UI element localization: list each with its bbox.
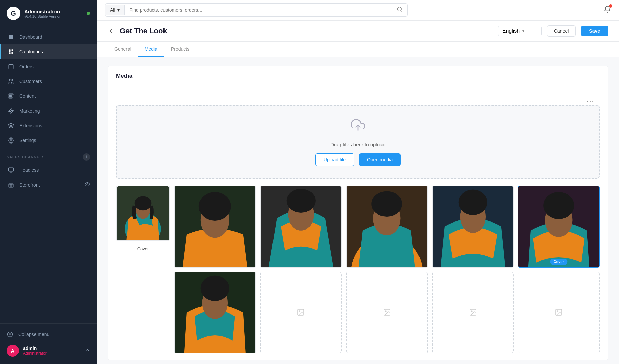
eye-icon — [85, 181, 90, 188]
sidebar-item-customers[interactable]: Customers — [0, 74, 97, 89]
svg-point-55 — [471, 311, 472, 312]
sidebar-item-settings[interactable]: Settings — [0, 133, 97, 148]
svg-point-33 — [199, 192, 231, 221]
sidebar-item-content[interactable]: Content — [0, 89, 97, 104]
dashboard-label: Dashboard — [19, 34, 42, 40]
main-content: All ▾ Get The Look English ▾ Cancel Save — [97, 0, 619, 364]
tab-products[interactable]: Products — [164, 42, 196, 57]
headless-label: Headless — [19, 167, 39, 173]
marketing-icon — [8, 108, 14, 114]
image-thumb-1[interactable] — [174, 186, 256, 268]
svg-point-49 — [201, 275, 229, 301]
app-info: Administration v6.4.10 Stable Version — [24, 9, 61, 18]
sidebar-item-orders[interactable]: Orders — [0, 59, 97, 74]
extensions-label: Extensions — [19, 123, 42, 128]
sidebar-item-marketing[interactable]: Marketing — [0, 104, 97, 118]
status-dot — [87, 12, 90, 15]
save-button[interactable]: Save — [581, 26, 608, 36]
add-channel-button[interactable]: + — [83, 153, 90, 161]
image-thumb-5[interactable]: Cover — [518, 186, 600, 268]
svg-rect-3 — [11, 37, 13, 39]
search-wrapper: All ▾ — [105, 3, 408, 17]
svg-rect-2 — [9, 37, 11, 39]
search-filter-button[interactable]: All ▾ — [105, 5, 125, 15]
image-placeholder-1[interactable] — [260, 272, 342, 354]
upload-zone: Drag files here to upload Upload file Op… — [116, 105, 600, 179]
settings-label: Settings — [19, 138, 36, 143]
chevron-down-icon: ▾ — [522, 29, 524, 33]
user-details: admin Administrator — [23, 346, 47, 356]
svg-rect-6 — [9, 52, 10, 54]
media-card-body: ··· Drag files here to upload Upload fil… — [108, 86, 608, 360]
main-image-thumb[interactable] — [116, 186, 170, 241]
more-options-button[interactable]: ··· — [587, 97, 594, 105]
extensions-icon — [8, 122, 14, 129]
tab-general[interactable]: General — [108, 42, 138, 57]
svg-point-36 — [286, 189, 315, 213]
svg-rect-7 — [12, 52, 13, 54]
cover-label: Cover — [116, 246, 170, 251]
dashboard-icon — [8, 34, 14, 40]
sidebar-footer: Collapse menu A admin Administrator — [0, 323, 97, 364]
customers-icon — [8, 78, 14, 85]
media-card: Media ··· Drag files here to upload Uplo… — [108, 66, 608, 360]
svg-point-46 — [544, 192, 574, 219]
media-card-title: Media — [108, 66, 608, 86]
user-name: admin — [23, 346, 47, 351]
catalogues-icon — [8, 48, 14, 55]
storefront-label: Storefront — [19, 182, 40, 188]
search-submit-button[interactable] — [392, 4, 407, 16]
svg-point-43 — [458, 190, 487, 215]
sidebar-item-storefront[interactable]: Storefront — [0, 177, 97, 192]
app-logo: G — [7, 7, 20, 20]
svg-rect-13 — [9, 94, 13, 95]
avatar: A — [7, 345, 19, 357]
cancel-button[interactable]: Cancel — [547, 25, 576, 37]
app-name: Administration — [24, 9, 61, 14]
sidebar-item-dashboard[interactable]: Dashboard — [0, 30, 97, 44]
image-thumb-6[interactable] — [174, 272, 256, 354]
user-role: Administrator — [23, 351, 47, 356]
card-actions: ··· — [116, 93, 600, 105]
svg-point-12 — [9, 79, 11, 81]
notifications-button[interactable] — [604, 6, 611, 14]
svg-rect-18 — [9, 168, 14, 171]
tab-bar: General Media Products — [97, 42, 619, 57]
image-placeholder-3[interactable] — [432, 272, 514, 354]
sidebar: G Administration v6.4.10 Stable Version … — [0, 0, 97, 364]
svg-rect-1 — [11, 35, 13, 37]
topbar-icons — [604, 6, 611, 14]
image-placeholder-4[interactable] — [518, 272, 600, 354]
app-version: v6.4.10 Stable Version — [24, 14, 61, 18]
svg-point-23 — [397, 7, 401, 11]
image-thumb-4[interactable] — [432, 186, 514, 268]
sidebar-item-catalogues[interactable]: Catalogues — [0, 44, 97, 59]
search-input[interactable] — [125, 5, 392, 15]
collapse-icon — [7, 331, 13, 338]
page-header: Get The Look English ▾ Cancel Save — [97, 21, 619, 42]
svg-point-40 — [371, 191, 402, 217]
search-filter-label: All — [110, 7, 115, 13]
svg-point-19 — [87, 184, 88, 185]
language-selector[interactable]: English ▾ — [498, 26, 542, 36]
language-label: English — [502, 28, 520, 34]
cover-badge: Cover — [550, 259, 568, 265]
sidebar-item-extensions[interactable]: Extensions — [0, 118, 97, 133]
back-button[interactable] — [108, 28, 114, 34]
svg-marker-16 — [9, 109, 13, 114]
collapse-menu-button[interactable]: Collapse menu — [7, 328, 90, 341]
image-placeholder-2[interactable] — [346, 272, 428, 354]
sidebar-item-headless[interactable]: Headless — [0, 163, 97, 177]
upload-icon — [351, 118, 365, 135]
open-media-button[interactable]: Open media — [359, 153, 401, 166]
tab-media[interactable]: Media — [138, 42, 164, 57]
image-thumb-2[interactable] — [260, 186, 342, 268]
image-thumb-3[interactable] — [346, 186, 428, 268]
svg-point-51 — [299, 311, 300, 312]
svg-point-29 — [135, 196, 152, 210]
image-grid-section: Cover — [116, 186, 600, 353]
settings-icon — [8, 137, 14, 144]
upload-file-button[interactable]: Upload file — [315, 153, 354, 166]
svg-point-53 — [385, 311, 386, 312]
user-expand-button[interactable] — [85, 347, 90, 354]
